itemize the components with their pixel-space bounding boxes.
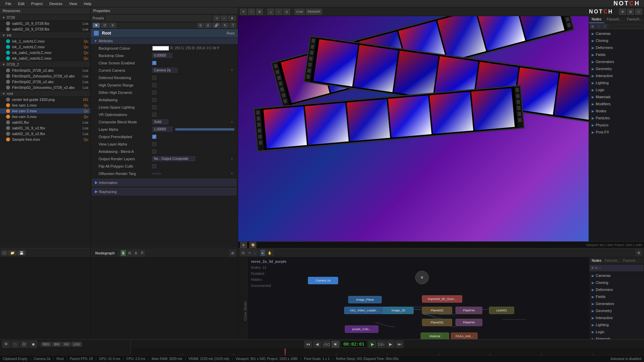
ng-node-platefilm1[interactable]: PlateFim (455, 307, 482, 314)
ng-node-material[interactable]: Material (421, 333, 449, 340)
resource-item[interactable]: ink_2_notchLC.mov Qu (0, 44, 90, 50)
next-frame-btn[interactable]: ▶ (386, 341, 394, 348)
props-reset-btn[interactable]: ↺ (101, 23, 108, 28)
ng-node-fxaa[interactable]: FXAA_Anti... (451, 333, 478, 340)
tab-nodes[interactable]: Nodes (589, 16, 604, 23)
checkbox[interactable]: ✓ (152, 61, 156, 65)
menu-view[interactable]: View (66, 2, 80, 6)
nodes-list-item-interactive[interactable]: ▶Interactive (589, 314, 644, 321)
ng-node-settings[interactable]: ⚙ (415, 271, 429, 284)
resource-item[interactable]: sabi02_16_9_0728.fbx Loa (0, 26, 90, 32)
resource-item[interactable]: live cam 1.mov Qu (0, 103, 90, 108)
menu-edit[interactable]: Edit (15, 2, 28, 6)
vp-grid-btn[interactable]: ⊞ (627, 9, 634, 15)
resource-item[interactable]: Sample free.mov Qu (0, 137, 90, 142)
resource-group-root[interactable]: ▼root (0, 90, 90, 97)
nodes-list-item-post-fx[interactable]: ▶Post-FX (589, 129, 644, 136)
attributes-section-header[interactable]: ▼ Attributes (91, 38, 238, 45)
nodes-list-item-physics[interactable]: ▶Physics (589, 122, 644, 129)
ng-node-line001[interactable]: Line001 (489, 307, 514, 314)
props-close-btn[interactable]: ✕ (109, 23, 116, 28)
view-btn[interactable]: □ (11, 341, 19, 348)
ng-zoom-fit[interactable]: ⊡ (240, 249, 246, 256)
skip-start-btn[interactable]: ⏮ (304, 341, 312, 348)
log-btn[interactable]: LOG (71, 342, 82, 347)
slider-value[interactable] (152, 127, 172, 132)
fast-fwd-btn[interactable]: ▷▷ (377, 341, 385, 348)
resource-item[interactable]: ink_sabi1_notchLC.mov Qu (0, 50, 90, 56)
vp-btn-1[interactable]: ✕ (240, 9, 247, 15)
ng-node-video-loader[interactable]: ink1_Video_Loader... (344, 307, 384, 314)
props-link-btn[interactable]: 🔗 (212, 23, 220, 28)
ng-node-purple-color[interactable]: purple_Colo... (345, 325, 378, 333)
dropdown[interactable]: Camera 2a (152, 68, 234, 73)
ng-btn-n[interactable]: N (127, 250, 132, 256)
nodes-list-item-cloning[interactable]: ▶Cloning (589, 37, 644, 44)
ng-select-btn[interactable]: ▸ (260, 249, 265, 256)
nodes-tab-nodes[interactable]: Nodes (592, 259, 601, 262)
node-enabled-checkbox[interactable] (94, 31, 99, 36)
ng-pan-btn[interactable]: ✋ (266, 249, 273, 256)
checkbox[interactable] (152, 83, 156, 87)
resource-item[interactable]: sabi02_16_9_v2.fbx Loa (0, 131, 90, 137)
ng-node-imported3d[interactable]: Imported_3D_Scen... (422, 295, 462, 303)
nodes-list-item-lighting[interactable]: ▶Lighting (589, 321, 644, 328)
menu-devices[interactable]: Devices (46, 2, 66, 6)
dropdown[interactable]: Solid (152, 119, 234, 124)
checkbox[interactable] (152, 113, 156, 117)
checkbox[interactable] (152, 90, 156, 95)
record-btn[interactable]: ⏺ (29, 341, 37, 348)
props-refresh-btn[interactable]: ↻ (222, 23, 228, 28)
res-btn[interactable]: RES (41, 342, 51, 347)
nodes-tab-fav2[interactable]: Favourit... (623, 259, 638, 262)
props-filter-btn[interactable]: ▼ (93, 23, 100, 28)
resource-item[interactable]: FilmStrip01_0728_v2.abc Loa (0, 68, 90, 73)
nodes-list-item-interactive[interactable]: ▶Interactive (589, 72, 644, 79)
vp-settings-btn[interactable]: ⚙ (619, 9, 626, 15)
color-swatch[interactable] (152, 46, 169, 51)
vp-btn-2[interactable]: □ (248, 9, 255, 15)
ng-zoom-out[interactable]: - (253, 249, 257, 256)
ng-save-btn[interactable]: 💾 (17, 250, 25, 255)
nodes-list-item-deformers[interactable]: ▶Deformers (589, 44, 644, 51)
slider-track[interactable] (175, 128, 234, 131)
checkbox[interactable] (152, 98, 156, 102)
nodes-list-item-materials[interactable]: ▶Materials (589, 94, 644, 101)
props-copy-btn[interactable]: ⎘ (198, 23, 204, 28)
nodes-list-item-deformers[interactable]: ▶Deformers (589, 286, 644, 293)
nodes-list-item-lighting[interactable]: ▶Lighting (589, 79, 644, 86)
menu-project[interactable]: Project (28, 2, 46, 6)
preset-add-btn[interactable]: + (214, 16, 220, 21)
nodes-list-item-nodes[interactable]: ▶Nodes (589, 108, 644, 115)
stop-btn[interactable]: ■ (331, 341, 339, 348)
preset-menu-btn[interactable]: ▼ (228, 16, 236, 21)
nodes-list-item-particles[interactable]: ▶Particles (589, 115, 644, 122)
nodes-list-item-generators[interactable]: ▶Generators (589, 300, 644, 307)
checkbox[interactable] (152, 76, 156, 80)
viewport-canvas[interactable] (238, 16, 589, 241)
props-help-btn[interactable]: ? (230, 23, 236, 28)
checkbox[interactable] (152, 142, 156, 146)
prev-frame-btn[interactable]: ◀ (313, 341, 321, 348)
ng-zoom-in[interactable]: + (247, 249, 252, 256)
resource-item[interactable]: FilmStrip01_2shousetsu_0728_v2.abc Loa (0, 73, 90, 79)
ng-node-platefilm2[interactable]: PlateFim (455, 319, 482, 326)
resource-item[interactable]: live cam 3.mov Qu (0, 114, 90, 120)
nodes-list-item-geometry[interactable]: ▶Geometry (589, 307, 644, 314)
hs-btn[interactable]: HS (62, 342, 71, 347)
preset-remove-btn[interactable]: − (221, 16, 227, 21)
nodes-expand-btn[interactable]: + (602, 24, 607, 29)
resource-item[interactable]: ink_sabi2_notchLC.mov Qu (0, 56, 90, 61)
resource-item[interactable]: center led guide 1920.png 192 (0, 97, 90, 103)
checkbox[interactable] (152, 105, 156, 109)
nodes-list-item-fields[interactable]: ▶Fields (589, 51, 644, 58)
number-input[interactable] (152, 53, 172, 58)
nodes-panel-filter[interactable]: ⊞ ⊟ ＋ (590, 265, 643, 271)
resource-item[interactable]: sabi01_16_9_v2.fbx Loa (0, 125, 90, 131)
vp-status-btn2[interactable]: 🎨 (250, 242, 256, 248)
nodes-list-item-cloning[interactable]: ▶Cloning (589, 279, 644, 286)
ng-btn-a[interactable]: A (133, 250, 139, 256)
vp-btn-4[interactable]: △ (267, 9, 274, 15)
vp-wire-btn[interactable]: ⬡ (635, 9, 642, 15)
resource-item[interactable]: FilmStrip02_0728_v2.abc Loa (0, 79, 90, 85)
